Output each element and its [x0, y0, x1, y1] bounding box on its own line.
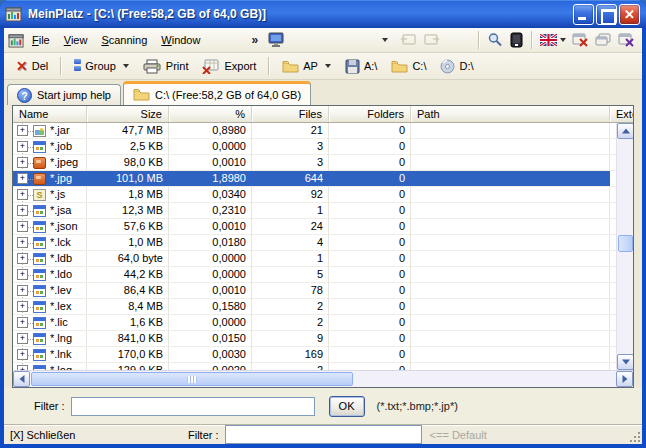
expand-icon[interactable]: +	[17, 301, 28, 312]
cascade-windows-button[interactable]	[592, 31, 615, 49]
tab-drive-c[interactable]: C:\ (Free:58,2 GB of 64,0 GB)	[123, 81, 311, 105]
vertical-scrollbar[interactable]	[616, 123, 633, 370]
table-row[interactable]: +*.lex8,4 MB0,158020	[13, 299, 616, 315]
resize-grip-icon[interactable]	[628, 430, 640, 442]
search-button[interactable]	[484, 30, 506, 50]
column-header-name[interactable]: Name	[13, 106, 87, 122]
scroll-right-button[interactable]	[616, 371, 633, 387]
menu-window[interactable]: Window	[154, 31, 207, 49]
drive-d-label: D:\	[459, 60, 473, 72]
expand-icon[interactable]: +	[17, 269, 28, 280]
expand-icon[interactable]: +	[17, 349, 28, 360]
files-cell: 78	[252, 283, 329, 298]
drive-d-button[interactable]: D:\	[434, 56, 479, 77]
expand-icon[interactable]: +	[17, 317, 28, 328]
window-file-icon	[33, 205, 46, 217]
file-pattern-label: *.lck	[50, 235, 71, 250]
scroll-down-button[interactable]	[617, 354, 633, 370]
column-header-percent[interactable]: %	[169, 106, 252, 122]
folders-cell: 0	[329, 299, 411, 314]
expand-icon[interactable]: +	[17, 285, 28, 296]
horizontal-scrollbar[interactable]	[13, 370, 633, 387]
scroll-up-button[interactable]	[617, 123, 633, 139]
language-button[interactable]	[537, 32, 569, 48]
table-row[interactable]: +*.jpg101,0 MB1,89806440	[13, 171, 616, 187]
window-file-icon	[33, 221, 46, 233]
horizontal-scroll-thumb[interactable]	[31, 372, 353, 386]
column-header-files[interactable]: Files	[252, 106, 329, 122]
close-button[interactable]	[619, 4, 640, 25]
combo-dropdown-icon[interactable]	[382, 38, 388, 42]
table-row[interactable]: +*.js1,8 MB0,0340920	[13, 187, 616, 203]
table-row[interactable]: +*.lck1,0 MB0,018040	[13, 235, 616, 251]
table-row[interactable]: +*.jar47,7 MB0,8980210	[13, 123, 616, 139]
table-row[interactable]: +*.lic1,6 KB0,000020	[13, 315, 616, 331]
expand-icon[interactable]: +	[17, 237, 28, 248]
expand-icon[interactable]: +	[17, 221, 28, 232]
table-row[interactable]: +*.lnk170,0 KB0,00301690	[13, 347, 616, 363]
monitor-button[interactable]	[264, 30, 288, 50]
column-header-size[interactable]: Size	[87, 106, 169, 122]
app-icon-small	[8, 33, 25, 48]
status-filter-input[interactable]	[225, 425, 422, 444]
file-pattern-label: *.lng	[50, 331, 72, 346]
group-button[interactable]: Group	[68, 56, 135, 76]
delete-button[interactable]: ✕ Del	[10, 57, 54, 75]
menu-scanning[interactable]: Scanning	[94, 31, 154, 49]
export-button[interactable]: Export	[196, 56, 262, 77]
file-pattern-label: *.js	[50, 187, 65, 202]
folder-icon	[282, 60, 299, 73]
title-bar[interactable]: MeinPlatz - [C:\ (Free:58,2 GB of 64,0 G…	[0, 0, 646, 28]
name-cell: +*.jpeg	[13, 155, 87, 170]
column-header-path[interactable]: Path	[411, 106, 610, 122]
close-all-windows-button[interactable]	[615, 31, 638, 49]
scroll-left-button[interactable]	[13, 371, 30, 387]
folders-cell: 0	[329, 139, 411, 154]
menu-view[interactable]: View	[57, 31, 95, 49]
column-header-extension[interactable]: Exte	[610, 106, 633, 122]
capture-icon	[509, 32, 524, 48]
expand-icon[interactable]: +	[17, 189, 28, 200]
table-row[interactable]: +*.log129,9 KB0,002020	[13, 363, 616, 370]
close-window-button[interactable]	[569, 31, 592, 49]
column-header-folders[interactable]: Folders	[329, 106, 411, 122]
vertical-scroll-thumb[interactable]	[618, 235, 633, 252]
expand-icon[interactable]: +	[17, 333, 28, 344]
files-cell: 24	[252, 219, 329, 234]
menu-file[interactable]: File	[25, 31, 57, 49]
maximize-button[interactable]	[596, 4, 617, 25]
table-row[interactable]: +*.ldb64,0 byte0,000010	[13, 251, 616, 267]
table-row[interactable]: +*.jsa12,3 MB0,231010	[13, 203, 616, 219]
capture-button[interactable]	[506, 30, 527, 50]
folders-cell: 0	[329, 331, 411, 346]
status-close-action[interactable]: [X] Schließen	[10, 429, 188, 441]
table-row[interactable]: +*.job2,5 KB0,000030	[13, 139, 616, 155]
filter-input[interactable]	[71, 397, 315, 416]
tab-start-jump-help[interactable]: ? Start jump help	[7, 84, 121, 105]
menu-window-rest: indow	[172, 34, 201, 46]
table-row[interactable]: +*.lev86,4 KB0,0010780	[13, 283, 616, 299]
table-row[interactable]: +*.json57,6 KB0,0010240	[13, 219, 616, 235]
close-window-icon	[572, 33, 589, 47]
path-cell	[411, 139, 610, 154]
drive-c-button[interactable]: C:\	[385, 57, 432, 76]
toolbar-overflow-icon[interactable]: »	[251, 33, 258, 47]
expand-icon[interactable]: +	[17, 205, 28, 216]
expand-icon[interactable]: +	[17, 141, 28, 152]
files-cell: 644	[252, 171, 329, 186]
expand-icon[interactable]: +	[17, 173, 28, 184]
drive-a-button[interactable]: A:\	[339, 56, 383, 77]
print-button[interactable]: Print	[137, 56, 195, 77]
files-cell: 169	[252, 347, 329, 362]
minimize-button[interactable]	[573, 4, 594, 25]
ap-folder-button[interactable]: AP	[276, 57, 337, 76]
table-row[interactable]: +*.jpeg98,0 KB0,001030	[13, 155, 616, 171]
file-pattern-label: *.jpg	[50, 171, 72, 186]
table-row[interactable]: +*.ldo44,2 KB0,000050	[13, 267, 616, 283]
expand-icon[interactable]: +	[17, 157, 28, 168]
filter-ok-button[interactable]: OK	[329, 396, 365, 417]
table-row[interactable]: +*.lng841,0 KB0,015090	[13, 331, 616, 347]
expand-icon[interactable]: +	[17, 125, 28, 136]
files-cell: 4	[252, 235, 329, 250]
expand-icon[interactable]: +	[17, 253, 28, 264]
